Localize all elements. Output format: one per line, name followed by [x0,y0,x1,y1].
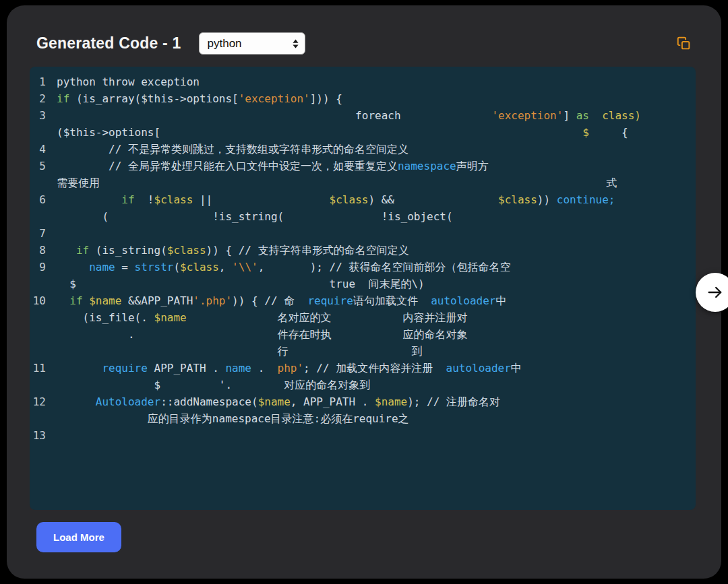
line-number: 11 [30,360,57,377]
code-row: 8 if (is_string($class)) { // 支持字符串形式的命名… [30,242,696,259]
code-row: $ true 间末尾的\) [30,275,696,292]
code-row: ( !is_string( !is_object( [30,208,696,225]
code-row: $ '. 对应的命名对象到 [30,377,696,393]
line-content: // 不是异常类则跳过，支持数组或字符串形式的命名空间定义 [57,141,696,158]
line-content: if (is_string($class)) { // 支持字符串形式的命名空间… [57,242,696,259]
line-content: 行 到 [57,343,696,360]
copy-button[interactable] [675,36,692,52]
code-row: 1python throw exception [30,73,696,90]
line-content [57,427,696,444]
line-number: 3 [30,107,57,124]
line-content [57,225,696,242]
line-number: 8 [30,242,57,259]
line-content: if $name &&APP_PATH'.php')) { // 命 requi… [57,292,696,309]
code-row: 行 到 [30,343,696,360]
code-row: 2if (is_array($this->options['exception'… [30,90,696,107]
line-number [30,174,57,191]
code-row: ($this->options[ $ { [30,124,696,141]
code-row: (is_file(. $name 名对应的文 内容并注册对 [30,309,696,326]
line-number: 4 [30,141,57,158]
code-row: 12 Autoloader::addNamespace($name, APP_P… [30,393,696,410]
code-row: 5 // 全局异常处理只能在入口文件中设定一次，如要重复定义namespace声… [30,158,696,174]
line-number [30,309,57,326]
select-arrows-icon [292,38,299,49]
line-content: $ true 间末尾的\) [57,275,696,292]
arrow-right-icon [706,283,725,302]
line-content: ( !is_string( !is_object( [57,208,696,225]
line-content: foreach 'exception'] as class) [57,107,696,124]
line-content: if (is_array($this->options['exception']… [57,90,696,107]
line-number: 7 [30,225,57,242]
line-number [30,377,57,393]
line-content: if !$class || $class) && $class)) contin… [57,191,696,208]
page-title: Generated Code - 1 [30,34,181,53]
line-content: name = strstr($class, '\\', ); // 获得命名空间… [57,259,696,275]
line-content: 需要使用 式 [57,174,696,191]
code-row: 6 if !$class || $class) && $class)) cont… [30,191,696,208]
code-row: 13 [30,427,696,444]
line-number [30,124,57,141]
line-content: // 全局异常处理只能在入口文件中设定一次，如要重复定义namespace声明方 [57,158,696,174]
language-select-value: python [208,37,292,51]
card-header: Generated Code - 1 python [7,5,721,67]
language-select[interactable]: python [199,32,305,55]
line-content: (is_file(. $name 名对应的文 内容并注册对 [57,309,696,326]
code-row: 需要使用 式 [30,174,696,191]
code-row: 3 foreach 'exception'] as class) [30,107,696,124]
line-number: 1 [30,73,57,90]
line-content: $ '. 对应的命名对象到 [57,377,696,393]
code-row: 4 // 不是异常类则跳过，支持数组或字符串形式的命名空间定义 [30,141,696,158]
line-number: 13 [30,427,57,444]
code-row: 9 name = strstr($class, '\\', ); // 获得命名… [30,259,696,275]
line-content: . 件存在时执 应的命名对象 [57,326,696,343]
line-number: 2 [30,90,57,107]
line-number: 10 [30,292,57,309]
code-row: 11 require APP_PATH . name . php'; // 加载… [30,360,696,377]
line-content: 应的目录作为namespace目录注意:必须在require之 [57,410,696,427]
line-number: 6 [30,191,57,208]
line-number [30,208,57,225]
line-number: 9 [30,259,57,275]
code-row: 10 if $name &&APP_PATH'.php')) { // 命 re… [30,292,696,309]
line-number: 12 [30,393,57,410]
line-content: ($this->options[ $ { [57,124,696,141]
line-number [30,410,57,427]
code-row: 7 [30,225,696,242]
code-editor[interactable]: 1python throw exception2if (is_array($th… [30,67,696,510]
code-row: . 件存在时执 应的命名对象 [30,326,696,343]
line-number [30,326,57,343]
line-number [30,343,57,360]
load-more-button[interactable]: Load More [36,522,121,552]
code-row: 应的目录作为namespace目录注意:必须在require之 [30,410,696,427]
code-lines: 1python throw exception2if (is_array($th… [30,73,696,444]
line-number [30,275,57,292]
line-content: python throw exception [57,73,696,90]
line-content: Autoloader::addNamespace($name, APP_PATH… [57,393,696,410]
line-content: require APP_PATH . name . php'; // 加载文件内… [57,360,696,377]
line-number: 5 [30,158,57,174]
copy-icon [677,36,691,51]
generated-code-card: Generated Code - 1 python 1python throw … [7,5,721,579]
